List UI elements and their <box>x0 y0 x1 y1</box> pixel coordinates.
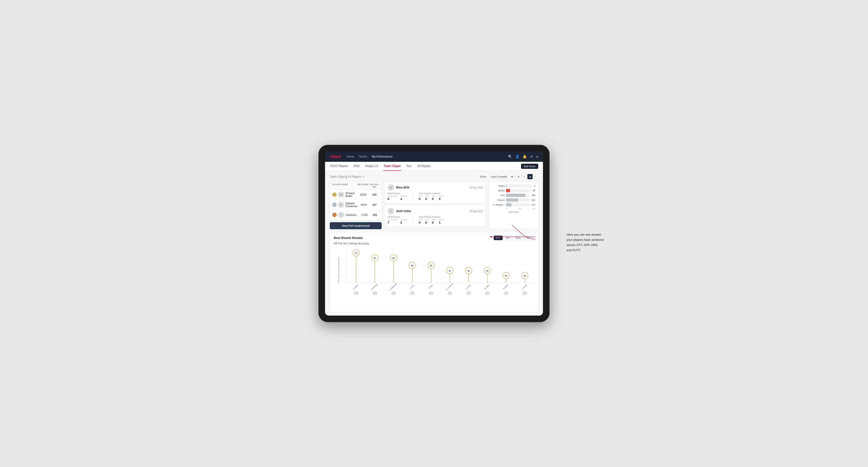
settings-icon[interactable]: ⚙ <box>530 155 533 158</box>
svg-text:D. Billingham: D. Billingham <box>389 283 398 291</box>
subnav-pgat[interactable]: PGAT Players <box>330 162 348 171</box>
player-score: 18/20 <box>357 203 370 206</box>
svg-text:7x: 7x <box>355 252 357 254</box>
grid-view-btn[interactable]: ⊞ <box>516 174 521 179</box>
card-date: 26 Aug 2023 <box>470 210 483 213</box>
ott-val: 0 <box>418 197 423 201</box>
streaks-section: Best Round Streaks OTT APP ARG PUTT Off … <box>330 232 538 312</box>
player-name: Cameron... <box>346 214 358 216</box>
rounds-label: Total Rounds <box>388 216 407 218</box>
nav-links: Home Teams My Performance <box>346 155 508 158</box>
team-header: Team Clippd | 14 Players ✏ Show Last 3 m… <box>330 174 538 179</box>
svg-text:4x: 4x <box>486 270 489 272</box>
subnav-pga[interactable]: PGA <box>353 162 360 171</box>
ott-button[interactable]: OTT <box>494 236 503 240</box>
app-val: 0 <box>425 197 429 201</box>
svg-point-56 <box>485 291 490 295</box>
player-avg: 103 <box>370 214 379 216</box>
avatar-icon[interactable]: ● <box>536 155 538 158</box>
x-label-400: 400 <box>532 208 535 210</box>
subnav-hcaps[interactable]: Hcaps 1-5 <box>365 162 379 171</box>
app-button[interactable]: APP <box>503 236 513 240</box>
arg-button[interactable]: ARG <box>514 236 523 240</box>
practice-stat: Practice 4 <box>400 195 407 201</box>
ott-stat: OTT 0 <box>418 195 423 201</box>
bar-value: 3 <box>534 185 535 187</box>
activities-sub: OTT 0 APP 0 <box>418 219 444 224</box>
x-label-0: 0 <box>506 208 507 210</box>
svg-text:E. Ewart: E. Ewart <box>353 284 359 290</box>
svg-text:R. Britt: R. Britt <box>428 284 433 289</box>
putt-button[interactable]: PUTT <box>524 236 534 240</box>
rank-badge: 1 <box>332 192 337 197</box>
svg-text:R. Butler: R. Butler <box>503 284 509 290</box>
rounds-group: Total Rounds Tournament 8 Practice <box>388 192 407 201</box>
player-avg: 107 <box>370 203 379 206</box>
player-cards: RB Rees Britt 02 Sep 2023 Total Rounds <box>384 182 486 227</box>
tournament-val: 8 <box>388 197 398 201</box>
player-card: RB Rees Britt 02 Sep 2023 Total Rounds <box>384 182 486 203</box>
svg-text:4x: 4x <box>448 270 451 272</box>
bar-label: Pars <box>492 194 505 196</box>
card-stats: Total Rounds Tournament 7 Practice <box>388 216 483 224</box>
practice-activities-label: Total Practice Activities <box>418 216 444 218</box>
list-view-btn[interactable]: ≡ <box>522 174 527 179</box>
bar-value: 499 <box>532 194 535 196</box>
table-row: 1 RB Richard Butler 19/20 110 <box>330 190 381 200</box>
nav-teams[interactable]: Teams <box>359 155 367 158</box>
col-pb-score: PB SCORE <box>356 183 370 188</box>
col-player-name: PLAYER NAME <box>332 183 356 188</box>
player-name: Rees Britt <box>396 186 409 189</box>
bar-row-bogeys: Bogeys 311 <box>492 198 535 201</box>
bar-chart: Eagles 3 Birdies <box>492 184 535 206</box>
search-icon[interactable]: 🔍 <box>508 155 512 158</box>
add-team-button[interactable]: Add Team <box>521 164 538 169</box>
bell-icon[interactable]: 🔔 <box>523 155 527 158</box>
svg-text:3x: 3x <box>524 275 526 277</box>
card-header: RB Rees Britt 02 Sep 2023 <box>388 184 483 191</box>
rounds-sub: Tournament 7 Practice 2 <box>388 219 407 224</box>
subnav-all-players[interactable]: All Players <box>417 162 431 171</box>
y-axis-label: Best Streak, Fairway Accuracy <box>338 274 340 283</box>
view-full-leaderboard-button[interactable]: View Full Leaderboard <box>330 222 382 229</box>
edit-icon[interactable]: ✏ <box>363 176 365 178</box>
bar-row-pars: Pars 499 <box>492 194 535 197</box>
svg-point-49 <box>354 291 359 295</box>
bar-inner <box>506 203 512 206</box>
annotation-text: Here you can see streaksyour players hav… <box>566 232 604 253</box>
period-select[interactable]: Last 3 months Last 6 months Last 12 mont… <box>488 174 514 179</box>
svg-point-54 <box>447 291 452 295</box>
nav-home[interactable]: Home <box>346 155 354 158</box>
bar-outer <box>506 189 530 192</box>
logo: clippd <box>330 154 341 159</box>
tournament-stat: Tournament 7 <box>388 219 398 224</box>
subnav-tour[interactable]: Tour <box>406 162 412 171</box>
subtitle-category: Off The Tee <box>334 242 347 245</box>
bar-row-birdies: Birdies 96 <box>492 189 535 192</box>
card-stats: Total Rounds Tournament 8 Practice <box>388 192 483 201</box>
user-icon[interactable]: 👤 <box>516 155 519 158</box>
svg-text:C. Quick: C. Quick <box>522 284 528 290</box>
subnav-team-clippd[interactable]: Team Clippd <box>383 162 401 171</box>
bar-value: 311 <box>532 199 535 201</box>
avatar: C <box>338 212 344 218</box>
svg-text:B. McHerg: B. McHerg <box>371 283 378 290</box>
detail-view-btn[interactable]: ↕ <box>533 174 538 179</box>
rank-badge: 2 <box>332 203 337 207</box>
bar-row-eagles: Eagles 3 <box>492 184 535 187</box>
view-icons: ⊞ ≡ ▤ ↕ <box>516 174 538 179</box>
svg-text:6x: 6x <box>393 257 395 259</box>
show-label: Show <box>480 175 486 178</box>
svg-text:4x: 4x <box>467 270 470 272</box>
bar-label: D. Bogeys + <box>492 204 505 206</box>
card-view-btn[interactable]: ▤ <box>527 174 533 179</box>
nav-my-performance[interactable]: My Performance <box>372 155 393 158</box>
svg-point-57 <box>504 291 508 295</box>
x-label-200: 200 <box>518 208 521 210</box>
practice-activities-label: Total Practice Activities <box>418 192 444 195</box>
svg-point-51 <box>391 291 396 295</box>
bar-outer <box>506 194 529 197</box>
main-content: Team Clippd | 14 Players ✏ Show Last 3 m… <box>325 171 543 316</box>
bar-label: Bogeys <box>492 199 505 201</box>
lb-header: PLAYER NAME PB SCORE PB AVG SQ <box>330 182 381 190</box>
